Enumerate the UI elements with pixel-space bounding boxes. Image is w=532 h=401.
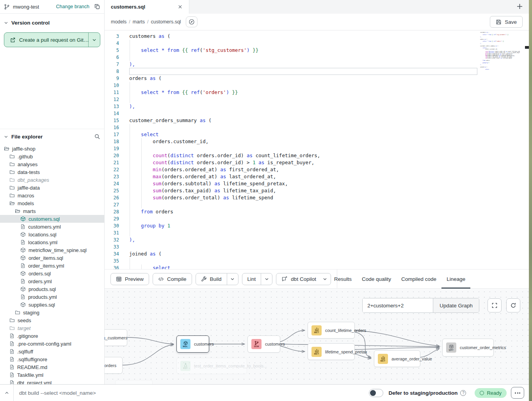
scrollbar-thumb[interactable] bbox=[525, 46, 529, 49]
code-line-20[interactable]: 20 count(distinct orders.order_id) as co… bbox=[105, 152, 529, 159]
lineage-node-customers-semantic[interactable]: SEMcustomers bbox=[247, 335, 280, 353]
code-line-21[interactable]: 21 count(distinct orders.order_id) > 1 a… bbox=[105, 159, 529, 166]
fullscreen-icon[interactable] bbox=[488, 298, 502, 312]
help-icon[interactable]: ? bbox=[460, 390, 466, 396]
lineage-node-count_lifetime_orders[interactable]: METcount_lifetime_orders bbox=[308, 322, 355, 339]
tree-item-dbt-packages[interactable]: dbt_packages bbox=[0, 176, 104, 184]
code-line-15[interactable]: 15customer_orders_summary as ( bbox=[105, 117, 529, 124]
new-tab-plus-icon[interactable] bbox=[516, 3, 523, 10]
lineage-node-customers-model[interactable]: MDLcustomers bbox=[176, 335, 209, 353]
chevron-down-icon[interactable] bbox=[4, 21, 8, 25]
code-line-34[interactable]: 34joined as ( bbox=[105, 250, 529, 257]
tree-item-target[interactable]: target bbox=[0, 324, 104, 332]
search-icon[interactable] bbox=[94, 133, 100, 140]
code-line-12[interactable]: 12 bbox=[105, 96, 529, 103]
tree-item-orders.yml[interactable]: orders.yml bbox=[0, 277, 104, 285]
copy-icon[interactable] bbox=[94, 4, 100, 10]
lineage-node-orders[interactable]: MDLorders bbox=[105, 357, 123, 374]
tree-item-orders.sql[interactable]: orders.sql bbox=[0, 270, 104, 277]
update-graph-button[interactable]: Update Graph bbox=[433, 298, 479, 312]
lint-dropdown-caret[interactable] bbox=[261, 273, 272, 285]
code-line-36[interactable]: 36 select bbox=[105, 264, 529, 269]
code-line-24[interactable]: 24 sum(orders.subtotal) as lifetime_spen… bbox=[105, 180, 529, 187]
code-line-27[interactable]: 27 bbox=[105, 201, 529, 208]
command-input[interactable]: dbt build --select <model_name> bbox=[19, 390, 96, 396]
tree-item-jaffle-shop[interactable]: jaffle-shop bbox=[0, 145, 104, 153]
lineage-node-test-order-items[interactable]: TSTtest_order_items_compute_to_bools... bbox=[176, 358, 247, 374]
tree-item-metricflow-time-spine.sql[interactable]: metricflow_time_spine.sql bbox=[0, 246, 104, 254]
tree-item-customers.sql[interactable]: customers.sql bbox=[0, 215, 104, 223]
tree-item-seeds[interactable]: seeds bbox=[0, 316, 104, 324]
tree-item-readme.md[interactable]: README.md bbox=[0, 363, 104, 371]
tab-lineage[interactable]: Lineage bbox=[441, 270, 470, 289]
tree-item-jaffle-data[interactable]: jaffle-data bbox=[0, 184, 104, 192]
more-options-button[interactable] bbox=[511, 387, 524, 399]
tab-code-quality[interactable]: Code quality bbox=[357, 270, 396, 289]
code-line-11[interactable]: 11 select * from {{ ref('orders') }} bbox=[105, 89, 529, 96]
minimap[interactable]: customers as ( select * from {{ ref('stg… bbox=[480, 32, 520, 122]
lineage-node-average_order_value[interactable]: METaverage_order_value bbox=[374, 350, 420, 367]
build-button[interactable]: Build bbox=[196, 273, 238, 285]
compile-button[interactable]: Compile bbox=[153, 273, 192, 285]
code-line-19[interactable]: 19 bbox=[105, 145, 529, 152]
lineage-node-clipped-node[interactable] bbox=[115, 380, 153, 384]
lineage-selector-input[interactable] bbox=[363, 298, 433, 312]
code-line-31[interactable]: 31 bbox=[105, 229, 529, 236]
tree-item-order-items.sql[interactable]: order_items.sql bbox=[0, 254, 104, 262]
tree-item-products.sql[interactable]: products.sql bbox=[0, 285, 104, 293]
tree-item-locations.yml[interactable]: locations.yml bbox=[0, 238, 104, 246]
code-line-35[interactable]: 35 bbox=[105, 257, 529, 264]
chevron-down-icon[interactable] bbox=[4, 135, 8, 139]
code-line-7[interactable]: 7), bbox=[105, 61, 529, 68]
tree-item-order-items.yml[interactable]: order_items.yml bbox=[0, 262, 104, 270]
code-line-14[interactable]: 14 bbox=[105, 110, 529, 117]
tree-item-models[interactable]: models bbox=[0, 199, 104, 207]
build-dropdown-caret[interactable] bbox=[227, 273, 238, 285]
code-line-8[interactable]: 8 bbox=[105, 68, 529, 75]
lineage-node-customer_order_metrics[interactable]: QRYcustomer_order_metrics bbox=[442, 339, 494, 357]
tab-compiled-code[interactable]: Compiled code bbox=[396, 270, 441, 289]
dbt-copilot-button[interactable]: dbt Copilot bbox=[276, 273, 331, 285]
save-button[interactable]: Save bbox=[490, 16, 523, 28]
code-line-26[interactable]: 26 sum(orders.order_total) as lifetime_s… bbox=[105, 194, 529, 201]
tree-item-.pre-commit-config.yaml[interactable]: .pre-commit-config.yaml bbox=[0, 340, 104, 348]
create-pull-request-button[interactable]: Create a pull request on Git… bbox=[4, 32, 100, 47]
tree-item-supplies.sql[interactable]: supplies.sql bbox=[0, 301, 104, 309]
breadcrumb-models[interactable]: models bbox=[111, 19, 126, 25]
code-line-29[interactable]: 29 bbox=[105, 215, 529, 222]
tree-item-.sqlfluff[interactable]: .sqlfluff bbox=[0, 348, 104, 355]
tree-item-data-tests[interactable]: data-tests bbox=[0, 168, 104, 176]
code-line-28[interactable]: 28 from orders bbox=[105, 208, 529, 215]
defer-toggle[interactable] bbox=[369, 389, 383, 397]
code-line-4[interactable]: 4 bbox=[105, 40, 529, 47]
code-line-5[interactable]: 5 select * from {{ ref('stg_customers') … bbox=[105, 47, 529, 54]
tree-item-locations.sql[interactable]: locations.sql bbox=[0, 231, 104, 238]
tree-item-analyses[interactable]: analyses bbox=[0, 160, 104, 168]
tree-item-taskfile.yml[interactable]: Taskfile.yml bbox=[0, 371, 104, 379]
tree-item-marts[interactable]: marts bbox=[0, 207, 104, 215]
tree-item-.sqlfluffignore[interactable]: .sqlfluffignore bbox=[0, 355, 104, 363]
close-icon[interactable] bbox=[178, 4, 183, 9]
code-line-22[interactable]: 22 min(orders.ordered_at) as first_order… bbox=[105, 166, 529, 173]
chevron-up-icon[interactable] bbox=[0, 385, 14, 401]
tree-item-.github[interactable]: .github bbox=[0, 153, 104, 160]
breadcrumb-marts[interactable]: marts bbox=[133, 19, 145, 25]
lineage-panel[interactable]: MDLstg_customersMDLordersMDLcustomersTST… bbox=[105, 289, 529, 384]
code-line-10[interactable]: 10 bbox=[105, 82, 529, 89]
code-line-6[interactable]: 6 bbox=[105, 54, 529, 61]
compass-icon[interactable] bbox=[186, 16, 197, 27]
tree-item-customers.yml[interactable]: customers.yml bbox=[0, 223, 104, 231]
tab-results[interactable]: Results bbox=[329, 270, 357, 289]
code-line-13[interactable]: 13), bbox=[105, 103, 529, 110]
code-line-3[interactable]: 3customers as ( bbox=[105, 33, 529, 40]
code-line-32[interactable]: 32), bbox=[105, 236, 529, 243]
code-line-23[interactable]: 23 max(orders.ordered_at) as last_ordere… bbox=[105, 173, 529, 180]
tab-customers-sql[interactable]: customers.sql bbox=[105, 0, 189, 14]
code-line-16[interactable]: 16 bbox=[105, 124, 529, 131]
code-line-9[interactable]: 9orders as ( bbox=[105, 75, 529, 82]
code-editor[interactable]: 3customers as (45 select * from {{ ref('… bbox=[105, 31, 529, 269]
pr-dropdown-caret[interactable] bbox=[88, 33, 100, 47]
code-line-17[interactable]: 17 select bbox=[105, 131, 529, 138]
code-line-25[interactable]: 25 sum(orders.tax_paid) as lifetime_tax_… bbox=[105, 187, 529, 194]
lineage-node-stg_customers[interactable]: MDLstg_customers bbox=[105, 329, 127, 346]
